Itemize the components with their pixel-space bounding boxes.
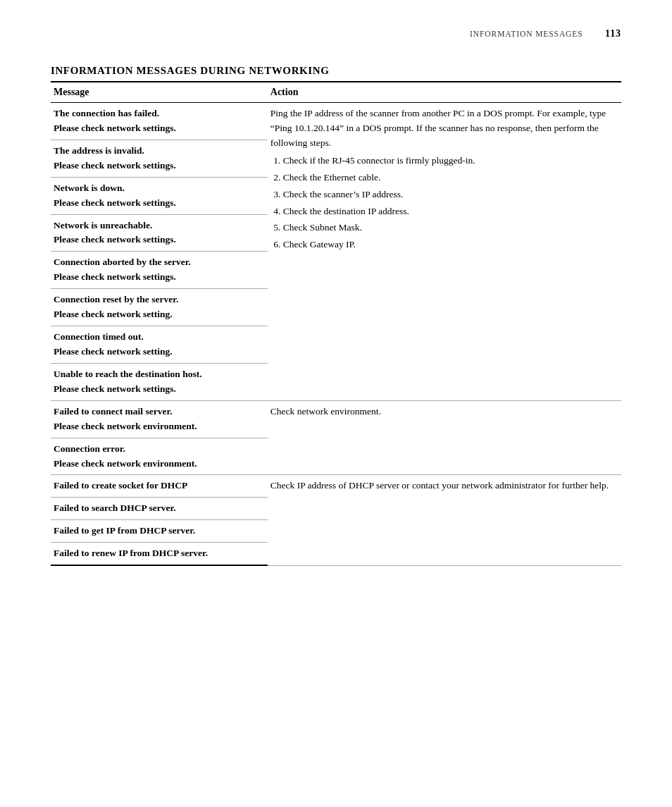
list-item: Check Gateway IP. bbox=[283, 238, 616, 252]
header-section-label: Information Messages 113 bbox=[470, 28, 621, 39]
message-cell: The connection has failed.Please check n… bbox=[51, 103, 268, 140]
action-cell: Ping the IP address of the scanner from … bbox=[268, 103, 621, 401]
message-col-label: Message bbox=[54, 87, 89, 97]
page: Information Messages 113 Information Mes… bbox=[0, 0, 672, 807]
col-action-header: Action bbox=[268, 82, 621, 103]
message-cell: Failed to search DHCP server. bbox=[51, 498, 268, 520]
list-item: Check the Ethernet cable. bbox=[283, 171, 616, 185]
message-cell: Failed to create socket for DHCP bbox=[51, 475, 268, 498]
action-intro-text: Ping the IP address of the scanner from … bbox=[270, 108, 606, 148]
message-cell: Connection timed out.Please check networ… bbox=[51, 326, 268, 364]
message-cell: Failed to renew IP from DHCP server. bbox=[51, 543, 268, 565]
page-number: 113 bbox=[605, 28, 621, 39]
message-cell: Failed to connect mail server.Please che… bbox=[51, 400, 268, 438]
col-message-header: Message bbox=[51, 82, 268, 103]
list-item: Check if the RJ-45 connector is firmly p… bbox=[283, 154, 616, 168]
table-row: Failed to create socket for DHCP Check I… bbox=[51, 475, 621, 498]
table-row: Failed to connect mail server.Please che… bbox=[51, 400, 621, 438]
list-item: Check the destination IP address. bbox=[283, 204, 616, 219]
message-cell: Connection reset by the server.Please ch… bbox=[51, 289, 268, 326]
table-row: The connection has failed.Please check n… bbox=[51, 103, 621, 140]
message-cell: The address is invalid.Please check netw… bbox=[51, 140, 268, 177]
action-col-label: Action bbox=[270, 87, 299, 97]
table-container: Message Action The connection has failed… bbox=[51, 81, 621, 566]
list-item: Check the scanner’s IP address. bbox=[283, 187, 616, 202]
message-cell: Failed to get IP from DHCP server. bbox=[51, 520, 268, 543]
action-cell: Check IP address of DHCP server or conta… bbox=[268, 475, 621, 565]
message-cell: Unable to reach the destination host.Ple… bbox=[51, 363, 268, 400]
header-section-text: Information Messages bbox=[470, 30, 583, 38]
message-cell: Network is unreachable.Please check netw… bbox=[51, 214, 268, 252]
action-cell: Check network environment. bbox=[268, 400, 621, 475]
section-title: Information Messages During Networking bbox=[51, 65, 621, 77]
message-cell: Connection aborted by the server.Please … bbox=[51, 252, 268, 289]
page-header: Information Messages 113 bbox=[51, 28, 621, 39]
message-cell: Connection error.Please check network en… bbox=[51, 438, 268, 475]
message-cell: Network is down.Please check network set… bbox=[51, 177, 268, 214]
action-steps-list: Check if the RJ-45 connector is firmly p… bbox=[270, 154, 616, 253]
list-item: Check Subnet Mask. bbox=[283, 221, 616, 235]
table-header-row: Message Action bbox=[51, 82, 621, 103]
main-table: Message Action The connection has failed… bbox=[51, 82, 621, 566]
